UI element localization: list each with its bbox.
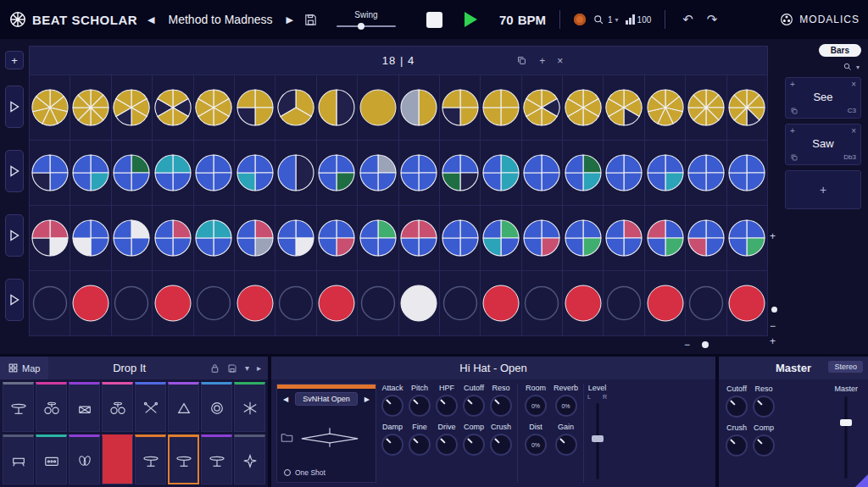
seq-cell-r3-c9[interactable]	[358, 206, 398, 270]
seq-cell-r2-c14[interactable]	[563, 141, 603, 205]
seq-cell-r2-c6[interactable]	[235, 141, 275, 205]
seq-cell-r4-c2[interactable]	[70, 271, 110, 335]
seq-cell-r2-c18[interactable]	[727, 141, 767, 205]
seq-cell-r1-c17[interactable]	[686, 75, 726, 140]
seq-cell-r4-c5[interactable]	[194, 271, 234, 335]
level-slider[interactable]	[590, 403, 605, 479]
seq-cell-r1-c2[interactable]	[70, 75, 110, 140]
vzoom-plus-icon[interactable]: +	[770, 230, 776, 242]
redo-button[interactable]: ↷	[704, 12, 721, 27]
seq-cell-r2-c11[interactable]	[440, 141, 480, 205]
seq-cell-r3-c17[interactable]	[686, 206, 726, 270]
track-duplicate-icon[interactable]	[790, 107, 798, 115]
knob-drive[interactable]	[436, 434, 458, 456]
metronome-button[interactable]	[574, 14, 586, 25]
seq-cell-r1-c15[interactable]	[604, 75, 643, 140]
seq-cell-r3-c8[interactable]	[317, 206, 357, 270]
seq-cell-r4-c1[interactable]	[30, 271, 70, 335]
seq-cell-r3-c3[interactable]	[112, 206, 152, 270]
next-sample-button[interactable]: ▶	[361, 394, 373, 405]
seq-cell-r2-c8[interactable]	[317, 141, 357, 205]
pad-snare[interactable]	[3, 434, 34, 484]
pad-cymbal[interactable]	[135, 434, 166, 484]
hzoom-minus-icon[interactable]: −	[684, 339, 690, 351]
bpm-display[interactable]: 70 BPM	[499, 13, 546, 27]
pad-cymbal[interactable]	[3, 382, 34, 432]
chevron-down-icon[interactable]: ▾	[856, 64, 860, 71]
knob-cutoff[interactable]	[463, 395, 485, 417]
seq-cell-r3-c5[interactable]	[194, 206, 234, 270]
knob-dist[interactable]: 0%	[525, 434, 547, 456]
velocity-control[interactable]: 100	[626, 14, 652, 25]
track-close-icon[interactable]: ×	[851, 127, 856, 136]
seq-cell-r2-c7[interactable]	[275, 141, 315, 205]
swing-slider-thumb[interactable]	[358, 23, 364, 30]
add-bar-icon[interactable]: +	[539, 56, 545, 66]
pad-cymbal[interactable]	[168, 434, 199, 484]
seq-cell-r4-c9[interactable]	[358, 271, 398, 335]
seq-cell-r1-c9[interactable]	[358, 75, 398, 140]
seq-cell-r2-c12[interactable]	[481, 141, 520, 205]
seq-cell-r1-c1[interactable]	[30, 75, 70, 140]
master-slider[interactable]	[838, 396, 854, 479]
seq-cell-r2-c15[interactable]	[604, 141, 643, 205]
bars-button[interactable]: Bars	[819, 44, 861, 57]
pad-drum[interactable]	[69, 382, 100, 432]
seq-cell-r2-c2[interactable]	[70, 141, 110, 205]
pad-hat[interactable]	[36, 434, 67, 484]
swing-slider[interactable]	[337, 23, 396, 30]
track-duplicate-icon[interactable]	[790, 153, 798, 162]
knob-crush[interactable]	[726, 434, 748, 457]
seq-cell-r4-c8[interactable]	[317, 271, 357, 335]
lock-icon[interactable]	[210, 363, 220, 374]
prev-pattern-button[interactable]: ◀	[144, 13, 158, 27]
knob-attack[interactable]	[381, 395, 403, 417]
seq-cell-r1-c16[interactable]	[645, 75, 685, 140]
one-shot-toggle[interactable]: One Shot	[277, 465, 376, 482]
seq-cell-r2-c9[interactable]	[358, 141, 398, 205]
vscroll-thumb[interactable]	[771, 307, 777, 313]
knob-cutoff[interactable]	[726, 396, 748, 418]
add-track-card[interactable]: +	[785, 170, 861, 209]
bar-header[interactable]: 18 | 4 + ×	[29, 46, 768, 75]
pad-kit[interactable]	[36, 382, 67, 432]
seq-cell-r3-c4[interactable]	[153, 206, 192, 270]
track-name[interactable]: Saw	[790, 136, 856, 152]
track-close-icon[interactable]: ×	[851, 80, 856, 89]
play-button[interactable]	[465, 12, 477, 27]
master-slider-thumb[interactable]	[840, 419, 852, 426]
seq-cell-r1-c8[interactable]	[317, 75, 357, 140]
seq-cell-r4-c16[interactable]	[645, 271, 685, 335]
vzoom-minus-icon[interactable]: −	[770, 320, 776, 332]
seq-cell-r1-c12[interactable]	[481, 75, 520, 140]
resize-handle[interactable]	[855, 474, 868, 487]
seq-cell-r4-c15[interactable]	[604, 271, 643, 335]
knob-comp[interactable]	[753, 434, 775, 457]
knob-comp[interactable]	[463, 434, 485, 456]
seq-cell-r4-c13[interactable]	[522, 271, 562, 335]
hzoom-thumb[interactable]	[702, 341, 709, 348]
track-add-icon[interactable]: +	[790, 80, 795, 89]
undo-button[interactable]: ↶	[679, 12, 697, 27]
save-icon[interactable]	[303, 13, 318, 27]
seq-cell-r3-c13[interactable]	[522, 206, 562, 270]
save-kit-icon[interactable]	[227, 363, 237, 374]
remove-bar-icon[interactable]: ×	[557, 56, 563, 66]
seq-cell-r3-c10[interactable]	[399, 206, 439, 270]
stop-button[interactable]	[426, 12, 442, 28]
seq-cell-r1-c7[interactable]	[275, 75, 315, 140]
seq-cell-r3-c1[interactable]	[30, 206, 70, 270]
pad-sticks[interactable]	[135, 382, 166, 432]
knob-pitch[interactable]	[409, 395, 431, 417]
seq-cell-r4-c18[interactable]	[727, 271, 767, 335]
knob-fine[interactable]	[409, 434, 431, 456]
seq-cell-r1-c3[interactable]	[112, 75, 152, 140]
pad-star[interactable]	[234, 434, 265, 484]
knob-reverb[interactable]: 0%	[555, 395, 577, 417]
seq-cell-r1-c10[interactable]	[399, 75, 439, 140]
seq-cell-r3-c6[interactable]	[235, 206, 275, 270]
knob-gain[interactable]	[555, 434, 577, 456]
pad-spiral[interactable]	[201, 382, 232, 432]
pad-burst[interactable]	[234, 382, 265, 432]
stereo-mode-button[interactable]: Stereo	[828, 361, 863, 373]
